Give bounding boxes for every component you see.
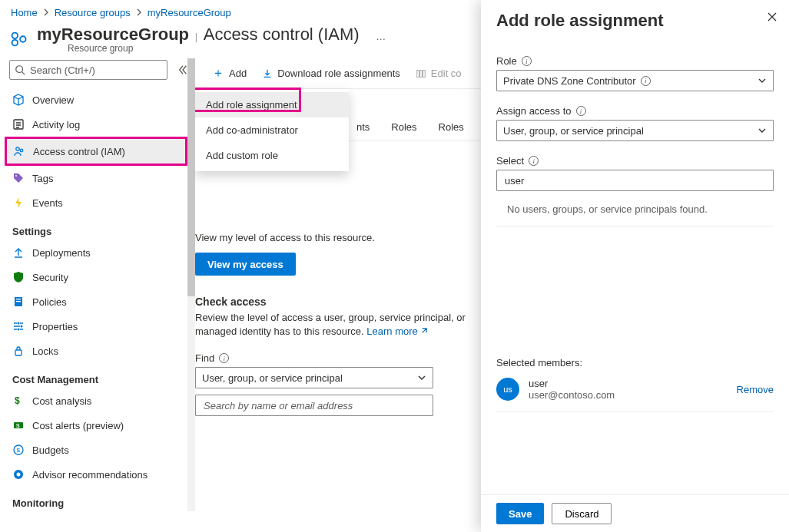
tab-roles[interactable]: Roles: [391, 121, 416, 133]
sidebar-item-label: Events: [32, 197, 63, 209]
cube-icon: [12, 94, 25, 106]
add-button[interactable]: ＋ Add: [212, 65, 247, 81]
svg-point-6: [20, 149, 23, 152]
svg-rect-14: [15, 350, 22, 355]
separator: [496, 226, 774, 226]
sidebar-item-label: Activity log: [32, 119, 80, 131]
download-icon: [262, 68, 273, 79]
log-icon: [12, 118, 25, 131]
upload-icon: [12, 246, 25, 259]
sidebar-item-locks[interactable]: Locks: [6, 339, 195, 363]
edit-columns-button[interactable]: Edit co: [416, 68, 462, 79]
policy-icon: [12, 296, 25, 308]
sidebar-item-policies[interactable]: Policies: [6, 289, 195, 314]
sidebar-item-tags[interactable]: Tags: [6, 166, 195, 190]
no-results-message: No users, groups, or service principals …: [507, 203, 772, 215]
sidebar-item-label: Access control (IAM): [33, 146, 125, 157]
avatar: us: [496, 378, 519, 401]
remove-member-link[interactable]: Remove: [737, 384, 774, 395]
external-link-icon: [419, 327, 428, 335]
sidebar-item-access-control[interactable]: Access control (IAM): [7, 139, 185, 164]
svg-rect-24: [423, 70, 425, 77]
add-label: Add: [229, 68, 247, 79]
svg-rect-22: [417, 70, 419, 77]
search-input[interactable]: Search (Ctrl+/): [9, 60, 167, 80]
panel-title: Add role assignment: [496, 11, 664, 31]
role-select-value: Private DNS Zone Contributor: [503, 75, 636, 87]
info-icon[interactable]: i: [576, 106, 586, 116]
more-button[interactable]: …: [376, 31, 386, 42]
people-icon: [13, 145, 25, 157]
breadcrumb-home[interactable]: Home: [11, 7, 38, 18]
sidebar-item-label: Cost analysis: [32, 395, 91, 407]
svg-point-21: [17, 473, 21, 477]
sidebar-item-label: Advisor recommendations: [32, 469, 148, 481]
chevron-right-icon: [135, 8, 143, 16]
svg-text:$: $: [15, 395, 20, 406]
member-name: user: [529, 378, 615, 389]
sidebar-item-cost-alerts[interactable]: $ Cost alerts (preview): [6, 413, 195, 438]
svg-point-2: [20, 36, 25, 41]
svg-point-0: [12, 33, 18, 38]
select-label: Selecti: [496, 155, 774, 167]
page-title: myResourceGroup: [37, 25, 189, 44]
sidebar-section-settings: Settings: [6, 215, 195, 240]
add-custom-role-item[interactable]: Add custom role: [195, 143, 349, 168]
scrollbar-thumb[interactable]: [187, 58, 195, 296]
close-icon: [766, 11, 778, 23]
budget-icon: $: [12, 444, 25, 456]
add-co-administrator-item[interactable]: Add co-administrator: [195, 117, 349, 143]
view-my-access-button[interactable]: View my access: [195, 253, 296, 276]
breadcrumb-current[interactable]: myResourceGroup: [148, 7, 231, 18]
scrollbar[interactable]: [187, 58, 195, 511]
save-button[interactable]: Save: [496, 503, 544, 524]
chevron-right-icon: [42, 8, 50, 16]
discard-button[interactable]: Discard: [552, 503, 612, 524]
sidebar-item-cost-analysis[interactable]: $ Cost analysis: [6, 388, 195, 413]
role-select[interactable]: Private DNS Zone Contributori: [496, 70, 774, 91]
sidebar-section-cost: Cost Management: [6, 363, 195, 388]
check-access-heading: Check access: [195, 296, 487, 308]
find-select-value: User, group, or service principal: [202, 372, 343, 384]
search-placeholder: Search (Ctrl+/): [30, 64, 95, 76]
learn-more-link[interactable]: Learn more: [366, 325, 427, 337]
select-search-field[interactable]: [503, 174, 767, 187]
advisor-icon: [12, 468, 25, 481]
lightning-icon: [12, 197, 25, 209]
chevron-down-icon: [758, 126, 767, 135]
find-search-input[interactable]: [195, 395, 433, 416]
add-role-assignment-panel: Add role assignment Rolei Private DNS Zo…: [481, 0, 789, 532]
sidebar-item-properties[interactable]: Properties: [6, 314, 195, 339]
assign-access-value: User, group, or service principal: [503, 125, 644, 137]
download-label: Download role assignments: [277, 68, 400, 79]
close-button[interactable]: [766, 11, 778, 23]
tag-icon: [12, 172, 25, 184]
select-search-input[interactable]: [496, 170, 774, 191]
svg-point-7: [15, 175, 17, 177]
svg-point-12: [21, 325, 23, 328]
svg-point-3: [16, 66, 23, 73]
find-select[interactable]: User, group, or service principal: [195, 367, 433, 388]
info-icon[interactable]: i: [529, 156, 539, 166]
info-icon[interactable]: i: [641, 76, 651, 86]
sidebar-item-budgets[interactable]: $ Budgets: [6, 438, 195, 462]
assign-access-select[interactable]: User, group, or service principal: [496, 120, 774, 141]
sidebar-item-security[interactable]: Security: [6, 265, 195, 289]
sidebar-item-overview[interactable]: Overview: [6, 88, 195, 112]
add-role-assignment-item[interactable]: Add role assignment: [195, 92, 349, 117]
sidebar-item-deployments[interactable]: Deployments: [6, 240, 195, 265]
sidebar-item-activity-log[interactable]: Activity log: [6, 112, 195, 137]
sidebar-item-advisor[interactable]: Advisor recommendations: [6, 462, 195, 487]
resource-kind: Resource group: [68, 43, 386, 54]
find-search-field[interactable]: [202, 399, 426, 412]
shield-icon: [12, 271, 25, 283]
sidebar-item-events[interactable]: Events: [6, 190, 195, 215]
info-icon[interactable]: i: [219, 353, 229, 363]
info-icon[interactable]: i: [522, 56, 532, 66]
download-role-assignments-button[interactable]: Download role assignments: [262, 68, 400, 79]
svg-point-5: [16, 147, 19, 150]
tab-assignments[interactable]: nts: [356, 121, 370, 133]
plus-icon: ＋: [212, 65, 224, 81]
breadcrumb-resource-groups[interactable]: Resource groups: [55, 7, 131, 18]
tab-roles2[interactable]: Roles: [439, 121, 464, 133]
